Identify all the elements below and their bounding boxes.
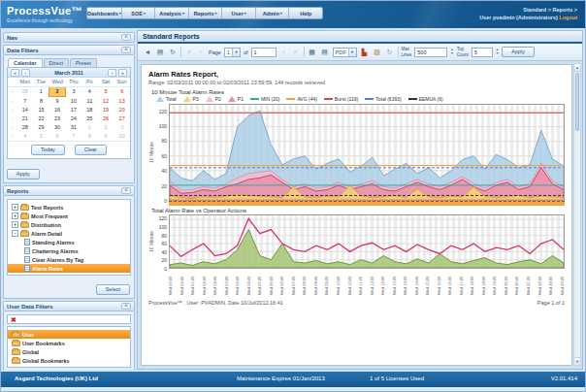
calendar-day[interactable]: 1 — [81, 123, 98, 132]
print-preview-icon[interactable]: ▤ — [155, 48, 165, 57]
calendar-day[interactable]: 8 — [81, 132, 98, 141]
week-select-icon[interactable]: » — [8, 87, 17, 97]
calendar-day[interactable]: 6 — [114, 87, 130, 97]
scroll-up-icon[interactable]: ▲ — [574, 64, 580, 72]
calendar-day[interactable]: 3 — [114, 123, 130, 132]
prev-month-icon[interactable]: ‹ — [21, 69, 30, 77]
chevron-down-icon[interactable]: ▼ — [232, 49, 240, 56]
calendar-day[interactable]: 23 — [49, 114, 66, 123]
calendar-day[interactable]: 6 — [49, 132, 66, 141]
reports-select-button[interactable]: Select — [96, 284, 130, 295]
calendar-day[interactable]: 4 — [17, 132, 34, 141]
menu-item-soe[interactable]: SOE▾ — [122, 8, 156, 18]
calendar-day[interactable]: 20 — [114, 106, 130, 114]
calendar-day[interactable]: 5 — [33, 132, 49, 141]
collapse-chevron-icon[interactable]: ^ — [121, 187, 131, 194]
calendar-day[interactable]: 28 — [17, 123, 34, 132]
export-pdf-icon[interactable]: ▙ — [360, 48, 370, 57]
menu-item-help[interactable]: Help — [289, 8, 322, 18]
tree-expander-icon[interactable]: + — [12, 221, 18, 228]
delete-filter-icon[interactable]: ✖ — [11, 316, 16, 323]
calendar-day[interactable]: 31 — [65, 123, 81, 132]
calendar-day[interactable]: 25 — [81, 114, 98, 123]
udf-item-global-bookmarks[interactable]: Global Bookmarks — [8, 356, 130, 365]
tab-preset[interactable]: Preset — [70, 58, 97, 67]
calendar-day[interactable]: 10 — [65, 97, 81, 107]
tree-expander-icon[interactable]: + — [12, 204, 18, 211]
week-select-icon[interactable]: » — [8, 106, 17, 114]
calendar-day[interactable]: 19 — [98, 106, 114, 114]
open-in-window-icon[interactable]: ▨ — [373, 48, 382, 57]
today-button[interactable]: Today — [31, 145, 65, 155]
udf-item-global[interactable]: Global — [8, 347, 130, 356]
udf-item-user-bookmarks[interactable]: User Bookmarks — [8, 339, 130, 347]
report-item-test-reports[interactable]: +Test Reports — [8, 203, 130, 212]
report-item-chattering-alarms[interactable]: Chattering Alarms — [8, 246, 130, 255]
week-select-icon[interactable]: » — [8, 132, 17, 141]
calendar-day[interactable]: 2 — [98, 123, 114, 132]
apply-filter-button[interactable]: Apply — [7, 169, 40, 180]
help-about-icon[interactable]: ↻ — [385, 48, 395, 57]
calendar-day[interactable]: 8 — [33, 97, 49, 107]
report-item-distribution[interactable]: +Distribution — [8, 220, 130, 229]
scrollbar-thumb[interactable] — [575, 73, 579, 131]
tree-expander-icon[interactable]: + — [12, 212, 18, 219]
page-select[interactable]: 1 ▼ — [224, 48, 241, 57]
collapse-chevron-icon[interactable]: ^ — [121, 303, 131, 310]
prev-year-icon[interactable]: « — [11, 69, 19, 77]
calendar-day[interactable]: 15 — [33, 106, 49, 114]
collapse-parameters-icon[interactable]: ◄ — [143, 48, 152, 57]
calendar-day[interactable]: 17 — [65, 106, 81, 114]
next-month-icon[interactable]: › — [108, 69, 116, 77]
calendar-day[interactable]: 16 — [49, 106, 66, 114]
calendar-day[interactable]: 11 — [81, 97, 98, 107]
week-select-icon[interactable]: » — [8, 123, 17, 132]
next-year-icon[interactable]: » — [118, 69, 127, 77]
clear-button[interactable]: Clear — [75, 145, 107, 155]
calendar-day[interactable]: 9 — [49, 97, 66, 107]
calendar-day[interactable]: 10 — [114, 132, 130, 141]
max-lines-stepper[interactable]: ▲▼ — [450, 49, 453, 55]
calendar-day[interactable]: 1 — [33, 87, 49, 97]
tree-expander-icon[interactable]: - — [12, 230, 18, 237]
calendar-day[interactable]: 3 — [65, 87, 81, 97]
nav-panel-header[interactable]: Nav ^ — [3, 32, 135, 43]
menu-item-reports[interactable]: Reports▾ — [189, 8, 223, 18]
calendar-day[interactable]: 24 — [65, 114, 81, 123]
user-data-filters-header[interactable]: User Data Filters ^ — [3, 301, 135, 311]
calendar-day[interactable]: 9 — [98, 132, 114, 141]
week-select-icon[interactable]: » — [8, 114, 17, 123]
calendar-day[interactable]: 18 — [81, 106, 98, 114]
print-icon[interactable]: ▤ — [320, 48, 330, 57]
max-lines-field[interactable] — [414, 48, 447, 57]
calendar-day[interactable]: 14 — [17, 106, 34, 114]
chevron-down-icon[interactable]: ▼ — [348, 49, 356, 56]
refresh-report-icon[interactable]: ↻ — [168, 48, 178, 57]
report-item-clear-alarms-by-tag[interactable]: Clear Alarms By Tag — [8, 255, 130, 264]
menu-item-dashboards[interactable]: Dashboards▾ — [87, 8, 122, 18]
format-select[interactable]: PDF ▼ — [333, 48, 357, 57]
data-filters-header[interactable]: Data Filters ^ — [3, 45, 135, 55]
main-scrollbar[interactable]: ▲ ▼ — [573, 63, 581, 366]
calendar-day[interactable]: 22 — [33, 114, 49, 123]
calendar-day[interactable]: 30 — [49, 123, 66, 132]
udf-item-user[interactable]: User — [8, 330, 130, 339]
top-count-stepper[interactable]: ▲▼ — [496, 49, 499, 55]
report-item-most-frequent[interactable]: +Most Frequent — [8, 212, 130, 220]
calendar-day[interactable]: 7 — [65, 132, 81, 141]
week-select-icon[interactable]: » — [8, 97, 17, 107]
calendar-day[interactable]: 2 — [49, 87, 66, 97]
tab-direct[interactable]: Direct — [44, 58, 69, 67]
menu-item-user[interactable]: User▾ — [222, 8, 256, 18]
calendar-day[interactable]: 4 — [81, 87, 98, 97]
reports-panel-header[interactable]: Reports ^ — [3, 185, 135, 196]
calendar-day[interactable]: 29 — [33, 123, 49, 132]
scroll-down-icon[interactable]: ▼ — [574, 357, 580, 365]
toolbar-apply-button[interactable]: Apply — [502, 47, 535, 57]
report-item-alarm-rates[interactable]: Alarm Rates — [8, 264, 130, 273]
collapse-chevron-icon[interactable]: ^ — [121, 47, 131, 53]
tab-calendar[interactable]: Calendar — [8, 58, 43, 67]
save-report-icon[interactable]: ▦ — [308, 48, 317, 57]
logout-link[interactable]: Logout — [559, 15, 577, 20]
calendar-day[interactable]: 28 — [17, 87, 34, 97]
